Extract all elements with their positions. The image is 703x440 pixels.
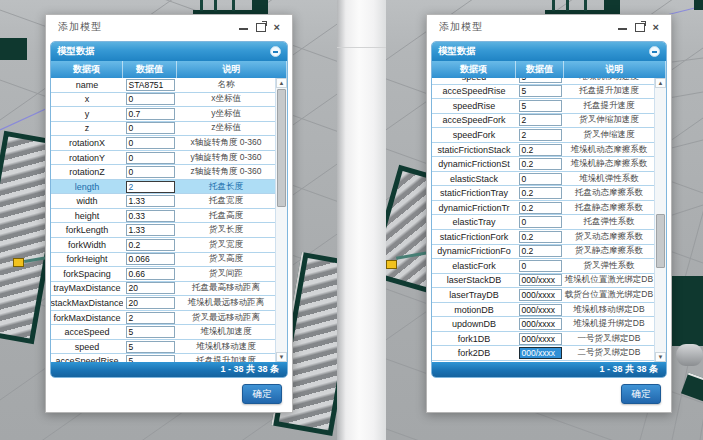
value-input[interactable]: 5	[519, 85, 562, 97]
value-input[interactable]: 0	[519, 173, 562, 185]
table-row[interactable]: staticFrictionFork0.2货叉动态摩擦系数	[432, 230, 654, 245]
table-row[interactable]: x0x坐标值	[51, 93, 275, 108]
value-input[interactable]: 0	[519, 216, 562, 228]
table-row[interactable]: speedFork2货叉伸缩速度	[432, 128, 654, 143]
table-row[interactable]: acceSpeedRise5托盘提升加速度	[51, 354, 275, 362]
value-input[interactable]: 000/xxxx	[519, 274, 562, 286]
value-input[interactable]: 2	[519, 114, 562, 126]
value-input[interactable]: 0.2	[519, 158, 562, 170]
value-input[interactable]: 0	[126, 152, 175, 164]
table-row[interactable]: stackMaxDistance20堆垛机最远移动距离	[51, 296, 275, 311]
table-row[interactable]: dynamicFrictionTr0.2托盘静态摩擦系数	[432, 201, 654, 216]
value-input[interactable]: 2	[519, 129, 562, 141]
scroll-up-icon[interactable]: ▲	[276, 78, 287, 88]
table-row[interactable]: fork1DB000/xxxx一号货叉绑定DB	[432, 332, 654, 347]
table-row[interactable]: rotationY0y轴旋转角度 0-360	[51, 151, 275, 166]
value-input[interactable]: 000/xxxx	[519, 347, 562, 359]
scroll-down-icon[interactable]: ▼	[276, 352, 287, 362]
table-row[interactable]: length2托盘长度	[51, 180, 275, 195]
value-input[interactable]: 000/xxxx	[519, 289, 562, 301]
value-input[interactable]: 20	[126, 282, 175, 294]
value-input[interactable]: 000/xxxx	[519, 333, 562, 345]
table-row[interactable]: forkMaxDistance2货叉最远移动距离	[51, 311, 275, 326]
table-row[interactable]: acceSpeedFork2货叉伸缩加速度	[432, 114, 654, 129]
value-input[interactable]: 1.33	[126, 195, 175, 207]
value-input[interactable]: 0.66	[126, 268, 175, 280]
value-input[interactable]: 2	[126, 312, 175, 324]
value-input[interactable]: 000/xxxx	[519, 304, 562, 316]
table-row[interactable]: y0.7y坐标值	[51, 107, 275, 122]
table-row[interactable]: elasticFork0货叉弹性系数	[432, 259, 654, 274]
table-row[interactable]: forkHeight0.066货叉高度	[51, 253, 275, 268]
maximize-icon[interactable]	[256, 23, 266, 32]
table-row[interactable]: elasticTray0托盘弹性系数	[432, 215, 654, 230]
value-input[interactable]: 0.2	[519, 187, 562, 199]
value-input[interactable]: STA8751	[126, 79, 175, 91]
value-input[interactable]: 0.2	[519, 202, 562, 214]
table-row[interactable]: z0z坐标值	[51, 122, 275, 137]
value-input[interactable]: 5	[126, 326, 175, 338]
confirm-button[interactable]: 确定	[242, 384, 282, 404]
table-row[interactable]: nameSTA8751名称	[51, 78, 275, 93]
table-scrollbar[interactable]: ▲ ▼	[275, 78, 287, 362]
table-row[interactable]: fork2DB000/xxxx二号货叉绑定DB	[432, 346, 654, 361]
table-row[interactable]: forkSpacing0.66货叉间距	[51, 267, 275, 282]
scroll-down-icon[interactable]: ▼	[655, 352, 666, 362]
value-input[interactable]: 5	[126, 341, 175, 353]
dialog-titlebar[interactable]: 添加模型 ×	[427, 15, 671, 39]
close-icon[interactable]: ×	[653, 22, 659, 32]
dialog-titlebar[interactable]: 添加模型 ×	[46, 15, 292, 39]
value-input[interactable]: 0.7	[126, 108, 175, 120]
table-row[interactable]: forkWidth0.2货叉宽度	[51, 238, 275, 253]
table-row[interactable]: laserStackDB000/xxxx堆垛机位置激光绑定DB	[432, 274, 654, 289]
value-cell: 0	[123, 122, 177, 136]
table-row[interactable]: forkLength1.33货叉长度	[51, 223, 275, 238]
value-input[interactable]: 0.2	[519, 231, 562, 243]
collapse-icon[interactable]	[270, 46, 281, 57]
value-input[interactable]: 000/xxxx	[519, 318, 562, 330]
value-input[interactable]: 0	[126, 122, 175, 134]
scroll-up-icon[interactable]: ▲	[655, 78, 666, 88]
collapse-icon[interactable]	[649, 46, 660, 57]
table-row[interactable]: width1.33托盘宽度	[51, 194, 275, 209]
table-row[interactable]: elasticStack0堆垛机弹性系数	[432, 172, 654, 187]
table-row[interactable]: acceSpeed5堆垛机加速度	[51, 325, 275, 340]
value-input[interactable]: 0.066	[126, 253, 175, 265]
value-input[interactable]: 0.33	[126, 210, 175, 222]
value-input[interactable]: 5	[126, 355, 175, 362]
table-row[interactable]: laserTrayDB000/xxxx载货台位置激光绑定DB	[432, 288, 654, 303]
value-input[interactable]: 5	[519, 78, 562, 83]
table-scrollbar[interactable]: ▲ ▼	[654, 78, 666, 362]
close-icon[interactable]: ×	[274, 22, 280, 32]
confirm-button[interactable]: 确定	[621, 384, 661, 404]
table-row[interactable]: rotationX0x轴旋转角度 0-360	[51, 136, 275, 151]
minimize-icon[interactable]	[239, 28, 248, 30]
value-input[interactable]: 20	[126, 297, 175, 309]
value-input[interactable]: 0	[126, 93, 175, 105]
scrollbar-thumb[interactable]	[656, 214, 665, 268]
value-input[interactable]: 0	[126, 137, 175, 149]
table-row[interactable]: acceSpeedRise5托盘提升加速度	[432, 85, 654, 100]
table-row[interactable]: speedRise5托盘提升速度	[432, 99, 654, 114]
minimize-icon[interactable]	[618, 28, 627, 30]
table-row[interactable]: motionDB000/xxxx堆垛机移动绑定DB	[432, 303, 654, 318]
table-row[interactable]: dynamicFrictionFo0.2货叉静态摩擦系数	[432, 245, 654, 260]
table-row[interactable]: speed5堆垛机移动速度	[51, 340, 275, 355]
value-input[interactable]: 1.33	[126, 224, 175, 236]
scrollbar-thumb[interactable]	[277, 89, 286, 207]
value-input[interactable]: 5	[519, 100, 562, 112]
table-row[interactable]: trayMaxDistance20托盘最高移动距离	[51, 282, 275, 297]
table-row[interactable]: height0.33托盘高度	[51, 209, 275, 224]
maximize-icon[interactable]	[635, 23, 645, 32]
table-row[interactable]: dynamicFrictionSt0.2堆垛机静态摩擦系数	[432, 157, 654, 172]
table-row[interactable]: staticFrictionStack0.2堆垛机动态摩擦系数	[432, 143, 654, 158]
table-row[interactable]: staticFrictionTray0.2托盘动态摩擦系数	[432, 186, 654, 201]
table-row[interactable]: updownDB000/xxxx堆垛机提升绑定DB	[432, 317, 654, 332]
value-input[interactable]: 0.2	[519, 144, 562, 156]
value-input[interactable]: 0	[126, 166, 175, 178]
table-row[interactable]: rotationZ0z轴旋转角度 0-360	[51, 165, 275, 180]
value-input[interactable]: 0.2	[126, 239, 175, 251]
value-input[interactable]: 0	[519, 260, 562, 272]
value-input[interactable]: 2	[126, 181, 175, 193]
value-input[interactable]: 0.2	[519, 245, 562, 257]
